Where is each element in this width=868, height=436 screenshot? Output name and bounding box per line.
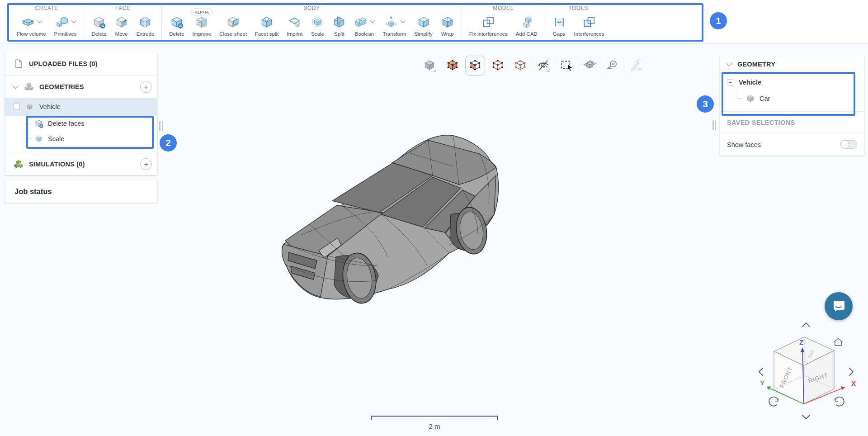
rotate-up-button[interactable] <box>802 323 810 327</box>
geometries-row[interactable]: GEOMETRIES + <box>5 76 157 98</box>
view-cube[interactable]: FRONT RIGHT TOP <box>774 337 834 404</box>
rotate-ccw-button[interactable] <box>769 397 778 406</box>
saved-selections-label: SAVED SELECTIONS <box>727 119 795 126</box>
annotation-badge-3: 3 <box>697 95 714 113</box>
chat-button[interactable] <box>825 292 853 320</box>
body-visibility-icon <box>423 59 436 72</box>
annotation-badge-1: 1 <box>710 12 727 29</box>
geometries-label: GEOMETRIES <box>39 83 84 90</box>
show-faces-row: Show faces <box>720 133 864 156</box>
sidebar-resize-handle[interactable] <box>159 121 163 131</box>
face-select-selected-frame <box>465 56 485 76</box>
view-cube-widget[interactable]: FRONT RIGHT TOP Z Y X <box>748 312 861 427</box>
annotation-box-history <box>26 116 154 149</box>
face-select-icon <box>468 59 482 72</box>
annotation-box-toolbar <box>7 3 703 42</box>
measure-button[interactable] <box>601 54 624 77</box>
job-status-label: Job status <box>5 187 52 196</box>
collapse-expander-icon[interactable] <box>14 104 20 110</box>
box-select-icon <box>560 59 573 72</box>
body-visibility-button[interactable] <box>418 54 441 77</box>
edge-select-button[interactable] <box>486 54 509 77</box>
geometry-header-label: GEOMETRY <box>737 61 775 68</box>
application-window: CREATE Flow volume <box>0 0 868 436</box>
clip-plane-button[interactable] <box>578 54 601 77</box>
scale-bar-line <box>371 416 498 420</box>
clip-plane-icon <box>583 59 596 72</box>
scale-bar-label: 2 m <box>371 422 498 430</box>
volume-select-icon <box>446 59 459 72</box>
face-select-button[interactable] <box>464 54 486 77</box>
show-faces-label: Show faces <box>727 141 761 148</box>
add-geometry-button[interactable]: + <box>140 81 152 93</box>
rotate-left-button[interactable] <box>759 368 763 375</box>
box-select-button[interactable] <box>555 54 578 77</box>
vehicle-label: Vehicle <box>39 103 61 110</box>
simulations-label: SIMULATIONS (0) <box>29 161 85 168</box>
rotate-cw-button[interactable] <box>835 397 844 406</box>
eye-off-icon <box>537 59 550 72</box>
axis-y-label: Y <box>760 379 764 387</box>
uploaded-files-row[interactable]: UPLOADED FILES (0) <box>5 52 157 76</box>
measure-tape-icon <box>606 59 619 72</box>
chevron-down-icon <box>13 83 19 89</box>
geometry-section-header[interactable]: GEOMETRY <box>720 55 864 73</box>
ai-wand-icon: AI <box>629 59 642 72</box>
show-faces-toggle[interactable] <box>840 140 857 149</box>
hide-selection-button[interactable] <box>532 54 555 77</box>
annotation-badge-2: 2 <box>160 134 177 152</box>
rotate-down-button[interactable] <box>802 415 810 419</box>
geometries-icon <box>24 82 34 92</box>
simulations-icon <box>14 159 24 169</box>
axis-z-label: Z <box>799 338 803 346</box>
volume-select-button[interactable] <box>441 54 464 77</box>
chevron-down-icon <box>726 61 732 66</box>
svg-text:AI: AI <box>638 66 642 71</box>
toggle-knob <box>840 140 849 149</box>
vertex-select-icon <box>514 59 527 72</box>
ai-selection-button[interactable]: AI <box>624 54 647 77</box>
home-view-button[interactable] <box>834 338 842 346</box>
document-icon <box>14 59 24 69</box>
axis-x-label: X <box>851 379 856 387</box>
job-status-card[interactable]: Job status <box>5 180 157 203</box>
annotation-box-geometry <box>722 72 855 116</box>
car-model-3d[interactable] <box>274 117 585 311</box>
right-panel-resize-handle[interactable] <box>712 120 716 130</box>
vehicle-part-icon <box>25 103 34 111</box>
viewport-toolbar: AI <box>418 54 647 77</box>
main-toolbar: CREATE Flow volume <box>0 0 868 43</box>
edge-select-icon <box>491 59 505 72</box>
simulations-row[interactable]: SIMULATIONS (0) + <box>5 153 157 175</box>
uploaded-files-label: UPLOADED FILES (0) <box>29 60 98 67</box>
vertex-select-button[interactable] <box>509 54 532 77</box>
add-simulation-button[interactable]: + <box>140 158 152 170</box>
rotate-right-button[interactable] <box>849 368 853 375</box>
scale-bar: 2 m <box>371 416 498 430</box>
chat-bubble-icon <box>831 299 846 313</box>
project-tree-card: UPLOADED FILES (0) GEOMETRIES + <box>5 52 157 175</box>
